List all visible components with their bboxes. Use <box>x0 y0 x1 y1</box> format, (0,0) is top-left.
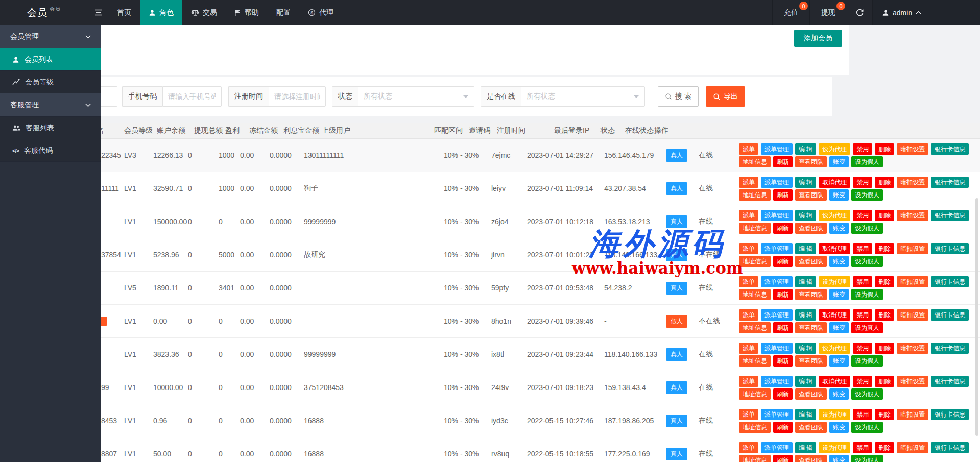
set-fake-button[interactable]: 设为假人 <box>851 388 883 400</box>
disable-button[interactable]: 禁用 <box>853 243 872 254</box>
balance-change-button[interactable]: 账变 <box>829 189 849 201</box>
edit-button[interactable]: 编 辑 <box>795 210 816 221</box>
dispatch-button[interactable]: 派单 <box>739 177 758 188</box>
edit-button[interactable]: 编 辑 <box>795 376 816 387</box>
address-info-button[interactable]: 地址信息 <box>739 322 771 333</box>
view-team-button[interactable]: 查看团队 <box>795 422 827 433</box>
nav-item-3[interactable]: 交易 <box>182 0 226 25</box>
dispatch-manage-button[interactable]: 派单管理 <box>761 409 793 420</box>
set-agent-button[interactable]: 设为代理 <box>819 343 850 354</box>
online-select[interactable]: 所有状态 <box>521 86 645 107</box>
bank-card-info-button[interactable]: 银行卡信息 <box>931 210 969 221</box>
bank-card-info-button[interactable]: 银行卡信息 <box>931 276 969 287</box>
dispatch-manage-button[interactable]: 派单管理 <box>761 276 793 287</box>
edit-button[interactable]: 编 辑 <box>795 309 816 321</box>
hidden-deduct-button[interactable]: 暗扣设置 <box>897 409 928 420</box>
cancel-agent-button[interactable]: 取消代理 <box>819 376 850 387</box>
set-agent-button[interactable]: 设为代理 <box>819 276 850 287</box>
hidden-deduct-button[interactable]: 暗扣设置 <box>897 177 928 188</box>
view-team-button[interactable]: 查看团队 <box>795 355 827 367</box>
dispatch-button[interactable]: 派单 <box>739 309 758 321</box>
set-agent-button[interactable]: 设为代理 <box>819 210 850 221</box>
sidebar-item-会员等级[interactable]: 会员等级 <box>0 71 101 93</box>
bank-card-info-button[interactable]: 银行卡信息 <box>931 409 969 420</box>
admin-user-menu[interactable]: admin <box>872 0 980 25</box>
disable-button[interactable]: 禁用 <box>853 376 872 387</box>
sidebar-group-2[interactable]: 客服管理 <box>0 93 101 117</box>
edit-button[interactable]: 编 辑 <box>795 409 816 420</box>
view-team-button[interactable]: 查看团队 <box>795 388 827 400</box>
view-team-button[interactable]: 查看团队 <box>795 256 827 267</box>
address-info-button[interactable]: 地址信息 <box>739 355 771 367</box>
refresh-row-button[interactable]: 刷新 <box>773 355 793 367</box>
disable-button[interactable]: 禁用 <box>853 276 872 287</box>
refresh-row-button[interactable]: 刷新 <box>773 189 793 201</box>
regtime-input[interactable] <box>269 86 326 107</box>
dispatch-button[interactable]: 派单 <box>739 276 758 287</box>
balance-change-button[interactable]: 账变 <box>829 223 849 234</box>
cancel-agent-button[interactable]: 取消代理 <box>819 243 850 254</box>
edit-button[interactable]: 编 辑 <box>795 177 816 188</box>
bank-card-info-button[interactable]: 银行卡信息 <box>931 442 969 453</box>
set-fake-button[interactable]: 设为假人 <box>851 189 883 201</box>
recharge-nav-button[interactable]: 充值 0 <box>772 0 809 25</box>
refresh-icon[interactable] <box>847 0 872 25</box>
dispatch-button[interactable]: 派单 <box>739 442 758 453</box>
hidden-deduct-button[interactable]: 暗扣设置 <box>897 276 928 287</box>
address-info-button[interactable]: 地址信息 <box>739 223 771 234</box>
dispatch-manage-button[interactable]: 派单管理 <box>761 243 793 254</box>
dispatch-manage-button[interactable]: 派单管理 <box>761 210 793 221</box>
vertical-scrollbar[interactable] <box>975 198 978 436</box>
add-member-button[interactable]: 添加会员 <box>794 30 842 47</box>
bank-card-info-button[interactable]: 银行卡信息 <box>931 177 969 188</box>
delete-button[interactable]: 删除 <box>875 243 894 254</box>
hidden-deduct-button[interactable]: 暗扣设置 <box>897 309 928 321</box>
address-info-button[interactable]: 地址信息 <box>739 156 771 167</box>
address-info-button[interactable]: 地址信息 <box>739 256 771 267</box>
delete-button[interactable]: 删除 <box>875 409 894 420</box>
hamburger-menu-icon[interactable] <box>88 0 108 25</box>
hidden-deduct-button[interactable]: 暗扣设置 <box>897 343 928 354</box>
balance-change-button[interactable]: 账变 <box>829 289 849 300</box>
disable-button[interactable]: 禁用 <box>853 343 872 354</box>
hidden-deduct-button[interactable]: 暗扣设置 <box>897 243 928 254</box>
set-agent-button[interactable]: 设为代理 <box>819 442 850 453</box>
dispatch-manage-button[interactable]: 派单管理 <box>761 442 793 453</box>
delete-button[interactable]: 删除 <box>875 442 894 453</box>
hidden-deduct-button[interactable]: 暗扣设置 <box>897 143 928 155</box>
bank-card-info-button[interactable]: 银行卡信息 <box>931 343 969 354</box>
set-fake-button[interactable]: 设为假人 <box>851 289 883 300</box>
disable-button[interactable]: 禁用 <box>853 210 872 221</box>
delete-button[interactable]: 删除 <box>875 276 894 287</box>
address-info-button[interactable]: 地址信息 <box>739 422 771 433</box>
nav-item-1[interactable]: 首页 <box>108 0 140 25</box>
sidebar-group-1[interactable]: 会员管理 <box>0 25 101 48</box>
balance-change-button[interactable]: 账变 <box>829 388 849 400</box>
refresh-row-button[interactable]: 刷新 <box>773 223 793 234</box>
hidden-deduct-button[interactable]: 暗扣设置 <box>897 376 928 387</box>
refresh-row-button[interactable]: 刷新 <box>773 388 793 400</box>
refresh-row-button[interactable]: 刷新 <box>773 256 793 267</box>
delete-button[interactable]: 删除 <box>875 343 894 354</box>
nav-item-2[interactable]: 角色 <box>140 0 182 25</box>
dispatch-manage-button[interactable]: 派单管理 <box>761 376 793 387</box>
set-real-button[interactable]: 设为真人 <box>851 322 883 333</box>
dispatch-button[interactable]: 派单 <box>739 210 758 221</box>
dispatch-manage-button[interactable]: 派单管理 <box>761 343 793 354</box>
delete-button[interactable]: 删除 <box>875 143 894 155</box>
dispatch-manage-button[interactable]: 派单管理 <box>761 177 793 188</box>
disable-button[interactable]: 禁用 <box>853 143 872 155</box>
address-info-button[interactable]: 地址信息 <box>739 388 771 400</box>
nav-item-5[interactable]: 配置 <box>268 0 299 25</box>
refresh-row-button[interactable]: 刷新 <box>773 156 793 167</box>
sidebar-item-客服代码[interactable]: </>客服代码 <box>0 139 101 162</box>
edit-button[interactable]: 编 辑 <box>795 442 816 453</box>
set-fake-button[interactable]: 设为假人 <box>851 256 883 267</box>
status-select[interactable]: 所有状态 <box>358 86 474 107</box>
cancel-agent-button[interactable]: 取消代理 <box>819 177 850 188</box>
view-team-button[interactable]: 查看团队 <box>795 289 827 300</box>
search-button[interactable]: 搜 索 <box>658 86 699 107</box>
hidden-deduct-button[interactable]: 暗扣设置 <box>897 210 928 221</box>
view-team-button[interactable]: 查看团队 <box>795 223 827 234</box>
edit-button[interactable]: 编 辑 <box>795 276 816 287</box>
